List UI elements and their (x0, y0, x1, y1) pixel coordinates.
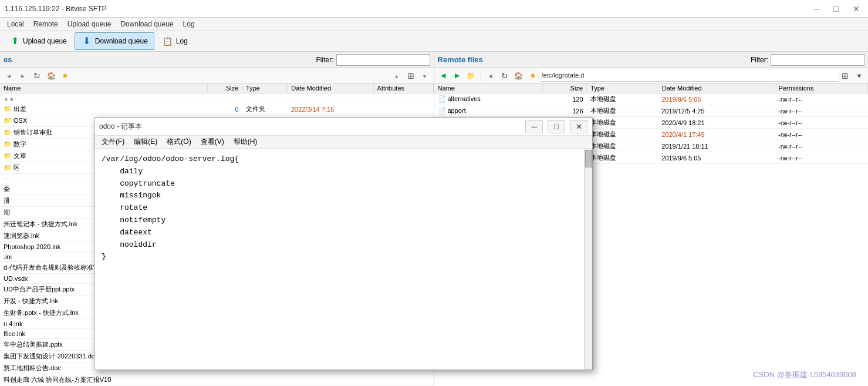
left-down-btn[interactable] (418, 70, 431, 82)
app-title: 1.116.125.119:22 - Bitvise SFTP (5, 5, 106, 13)
watermark: CSDN @姜振建 15954039008 (753, 370, 856, 380)
notepad-menu-edit[interactable]: 编辑(E) (129, 136, 162, 148)
close-button[interactable]: ✕ (849, 3, 863, 15)
table-row[interactable]: 📁出差 0 文件夹 2022/3/14 7:16 (0, 103, 433, 115)
right-col-type[interactable]: Type (587, 83, 658, 93)
back-icon (6, 72, 12, 79)
down-icon (422, 72, 427, 79)
menu-log[interactable]: Log (178, 19, 200, 29)
table-row[interactable]: ▲ (0, 93, 433, 103)
left-col-attr[interactable]: Attributes (373, 83, 433, 93)
right-filter-area: Filter: (751, 54, 864, 66)
left-col-type[interactable]: Type (242, 83, 288, 93)
left-filter-label: Filter: (316, 56, 334, 64)
upload-queue-label: Upload queue (23, 37, 67, 45)
notepad-menu-file[interactable]: 文件(F) (97, 136, 129, 148)
right-star-button[interactable]: ★ (526, 70, 539, 82)
separator (481, 69, 481, 82)
right-panel-header: Remote files Filter: (434, 52, 869, 68)
log-icon (162, 35, 174, 47)
up-icon (394, 72, 399, 79)
table-row[interactable]: 📄alternatives 120 本地磁盘 2019/9/6 5:05 -rw… (434, 93, 868, 105)
notepad-close-button[interactable]: ✕ (570, 120, 587, 133)
right-col-date[interactable]: Date Modified (658, 83, 775, 93)
notepad-menu: 文件(F) 编辑(E) 格式(O) 查看(V) 帮助(H) (94, 136, 592, 149)
title-bar: 1.116.125.119:22 - Bitvise SFTP ─ □ ✕ (0, 0, 868, 18)
left-back-button[interactable] (2, 70, 15, 82)
log-button[interactable]: Log (156, 32, 194, 50)
right-col-size[interactable]: Size (543, 83, 587, 93)
left-panel-toolbar: ↻ 🏠 ★ ⊞ (0, 68, 434, 83)
window-controls: ─ □ ✕ (810, 3, 863, 15)
menu-bar: Local Remote Upload queue Download queue… (0, 18, 868, 31)
left-filter-area: Filter: (316, 54, 430, 66)
right-panel-toolbar: ◀ ▶ 📁 ◄ ↻ 🏠 ★ /etc/logrotate.d ⊞ ▼ (434, 68, 869, 83)
upload-queue-button[interactable]: Upload queue (2, 32, 73, 50)
minimize-button[interactable]: ─ (810, 3, 823, 15)
left-panel-header: es Filter: (0, 52, 434, 68)
notepad-content[interactable]: /var/log/odoo/odoo-server.log{ daily cop… (94, 149, 584, 370)
log-label: Log (176, 37, 188, 45)
left-filter-input[interactable] (336, 54, 430, 66)
notepad-menu-view[interactable]: 查看(V) (196, 136, 229, 148)
notepad-controls: ─ □ ✕ (525, 120, 587, 133)
notepad-maximize-button[interactable]: □ (548, 120, 565, 133)
address-bar: /etc/logrotate.d (541, 70, 838, 82)
right-panel-title: Remote files (438, 55, 483, 64)
fwd-icon (20, 72, 26, 79)
maximize-button[interactable]: □ (830, 3, 842, 15)
left-home-button[interactable]: 🏠 (45, 70, 58, 82)
menu-remote[interactable]: Remote (29, 19, 63, 29)
right-filter-input[interactable] (771, 54, 864, 66)
left-col-date[interactable]: Date Modified (288, 83, 373, 93)
right-view-button[interactable]: ⊞ (839, 70, 852, 82)
table-row[interactable]: 科创走廊·六城·协同在线-方案汇报V10 (0, 374, 433, 386)
left-col-name[interactable]: Name (0, 83, 208, 93)
download-queue-button[interactable]: Download queue (75, 32, 154, 50)
upload-icon (9, 35, 21, 47)
left-view-button[interactable]: ⊞ (404, 70, 417, 82)
left-fwd-button[interactable] (16, 70, 29, 82)
right-home-button[interactable]: 🏠 (512, 70, 525, 82)
right-back-button[interactable]: ◀ (437, 70, 450, 82)
right-col-name[interactable]: Name (434, 83, 543, 93)
right-col-perm[interactable]: Permissions (775, 83, 867, 93)
download-queue-label: Download queue (95, 37, 148, 45)
right-folder-button[interactable]: 📁 (465, 70, 478, 82)
right-fwd-button[interactable]: ▶ (451, 70, 464, 82)
right-refresh-button[interactable]: ↻ (498, 70, 511, 82)
menu-download-queue[interactable]: Download queue (116, 19, 178, 29)
download-icon (81, 35, 93, 47)
left-up-button[interactable] (390, 70, 403, 82)
left-refresh-button[interactable]: ↻ (31, 70, 43, 82)
right-down-btn[interactable]: ▼ (853, 70, 866, 82)
right-filter-label: Filter: (751, 56, 768, 64)
right-arrow-left-button[interactable]: ◄ (484, 70, 497, 82)
menu-local[interactable]: Local (2, 19, 29, 29)
table-row[interactable]: 📄apport 126 本地磁盘 2019/12/5 4:25 -rw-r--r… (434, 105, 868, 117)
notepad-title: odoo - 记事本 (99, 122, 142, 132)
notepad-titlebar: odoo - 记事本 ─ □ ✕ (94, 118, 592, 136)
left-col-size[interactable]: Size (208, 83, 242, 93)
menu-upload-queue[interactable]: Upload queue (63, 19, 116, 29)
notepad-menu-format[interactable]: 格式(O) (162, 136, 195, 148)
left-panel-title: es (4, 55, 12, 64)
notepad-minimize-button[interactable]: ─ (525, 120, 543, 133)
address-text: /etc/logrotate.d (542, 72, 585, 79)
notepad-menu-help[interactable]: 帮助(H) (229, 136, 262, 148)
notepad-window: odoo - 记事本 ─ □ ✕ 文件(F) 编辑(E) 格式(O) 查看(V)… (94, 118, 593, 370)
left-star-button[interactable]: ★ (59, 70, 72, 82)
toolbar: Upload queue Download queue Log (0, 31, 868, 52)
notepad-scrollbar[interactable] (584, 149, 592, 370)
